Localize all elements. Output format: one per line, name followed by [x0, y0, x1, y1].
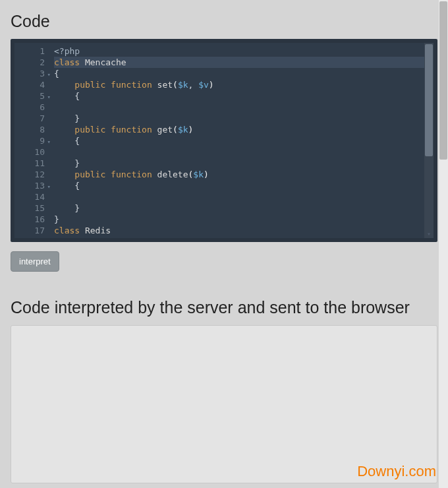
- code-line[interactable]: public function get($k): [54, 124, 430, 135]
- code-line[interactable]: {: [54, 135, 430, 146]
- line-number: 3: [24, 68, 45, 79]
- line-number-gutter: 123456789101112131415161718: [14, 43, 50, 238]
- line-number: 13: [24, 180, 45, 191]
- line-number: 14: [24, 191, 45, 202]
- watermark-text: Downyi.com: [357, 463, 436, 480]
- line-number: 5: [24, 90, 45, 102]
- code-line[interactable]: class Mencache: [54, 57, 430, 68]
- line-number: 16: [24, 214, 45, 225]
- interpret-button[interactable]: interpret: [11, 251, 59, 272]
- code-editor-container: 123456789101112131415161718 <?phpclass M…: [11, 39, 437, 242]
- line-number: 2: [24, 57, 45, 68]
- code-heading: Code: [11, 12, 437, 31]
- code-line[interactable]: }: [54, 202, 430, 214]
- code-line[interactable]: {: [54, 90, 430, 102]
- line-number: 8: [24, 124, 45, 135]
- code-editor[interactable]: 123456789101112131415161718 <?phpclass M…: [14, 43, 434, 238]
- code-line[interactable]: {: [54, 180, 430, 191]
- code-line[interactable]: }: [54, 158, 430, 169]
- line-number: 4: [24, 79, 45, 90]
- editor-scrollbar-thumb[interactable]: [425, 44, 433, 156]
- code-line[interactable]: public function set($k, $v): [54, 79, 430, 90]
- page-scrollbar-thumb[interactable]: [439, 1, 447, 160]
- code-line[interactable]: [54, 102, 430, 113]
- code-line[interactable]: }: [54, 214, 430, 225]
- line-number: 18: [24, 236, 45, 238]
- line-number: 6: [24, 102, 45, 113]
- line-number: 11: [24, 158, 45, 169]
- output-panel: [11, 325, 437, 483]
- page-scrollbar[interactable]: [439, 0, 448, 488]
- line-number: 12: [24, 169, 45, 180]
- line-number: 9: [24, 135, 45, 146]
- code-line[interactable]: <?php: [54, 46, 430, 57]
- line-number: 15: [24, 202, 45, 214]
- line-number: 10: [24, 146, 45, 158]
- line-number: 17: [24, 225, 45, 236]
- line-number: 1: [24, 46, 45, 57]
- code-line[interactable]: [54, 146, 430, 158]
- code-line[interactable]: [54, 191, 430, 202]
- editor-scrollbar[interactable]: ▾: [424, 43, 434, 238]
- code-line[interactable]: {: [54, 236, 430, 238]
- code-line[interactable]: }: [54, 113, 430, 124]
- code-text-area[interactable]: <?phpclass Mencache{ public function set…: [50, 43, 434, 238]
- scrollbar-arrow-down-icon[interactable]: ▾: [424, 230, 434, 238]
- code-line[interactable]: public function delete($k): [54, 169, 430, 180]
- line-number: 7: [24, 113, 45, 124]
- code-line[interactable]: class Redis: [54, 225, 430, 236]
- code-line[interactable]: {: [54, 68, 430, 79]
- output-heading: Code interpreted by the server and sent …: [11, 298, 437, 317]
